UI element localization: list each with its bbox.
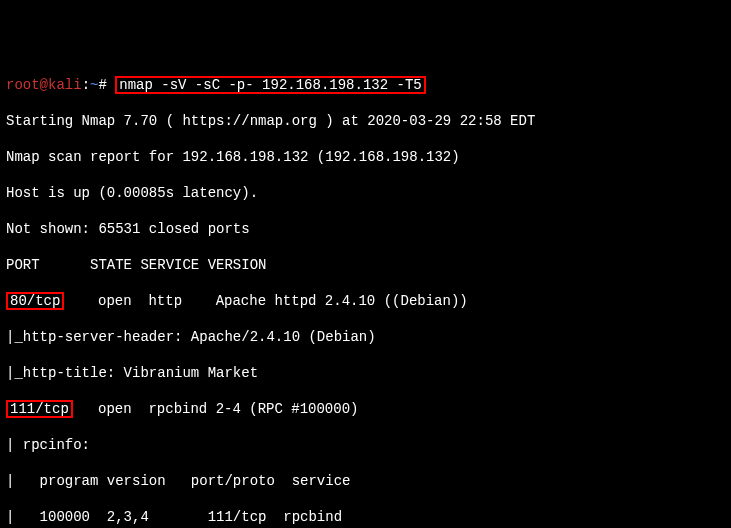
output-line: |_http-server-header: Apache/2.4.10 (Deb…: [6, 328, 725, 346]
command-text[interactable]: nmap -sV -sC -p- 192.168.198.132 -T5: [119, 77, 421, 93]
prompt-line: root@kali:~# nmap -sV -sC -p- 192.168.19…: [6, 76, 725, 94]
output-line: Starting Nmap 7.70 ( https://nmap.org ) …: [6, 112, 725, 130]
port-111-highlight: 111/tcp: [6, 400, 73, 418]
prompt-at: @: [40, 77, 48, 93]
output-line: | program version port/proto service: [6, 472, 725, 490]
output-line: | 100000 2,3,4 111/tcp rpcbind: [6, 508, 725, 526]
command-highlight: nmap -sV -sC -p- 192.168.198.132 -T5: [115, 76, 425, 94]
output-line: 111/tcp open rpcbind 2-4 (RPC #100000): [6, 400, 725, 418]
output-line: | rpcinfo:: [6, 436, 725, 454]
prompt-host: kali: [48, 77, 82, 93]
port-80-highlight: 80/tcp: [6, 292, 64, 310]
output-line: Not shown: 65531 closed ports: [6, 220, 725, 238]
prompt-colon: :: [82, 77, 90, 93]
output-line: |_http-title: Vibranium Market: [6, 364, 725, 382]
output-line: Host is up (0.00085s latency).: [6, 184, 725, 202]
port-111-info: open rpcbind 2-4 (RPC #100000): [73, 401, 359, 417]
port-80-info: open http Apache httpd 2.4.10 ((Debian)): [64, 293, 467, 309]
output-line: PORT STATE SERVICE VERSION: [6, 256, 725, 274]
output-line: Nmap scan report for 192.168.198.132 (19…: [6, 148, 725, 166]
output-line: 80/tcp open http Apache httpd 2.4.10 ((D…: [6, 292, 725, 310]
prompt-hash: #: [98, 77, 106, 93]
prompt-user: root: [6, 77, 40, 93]
